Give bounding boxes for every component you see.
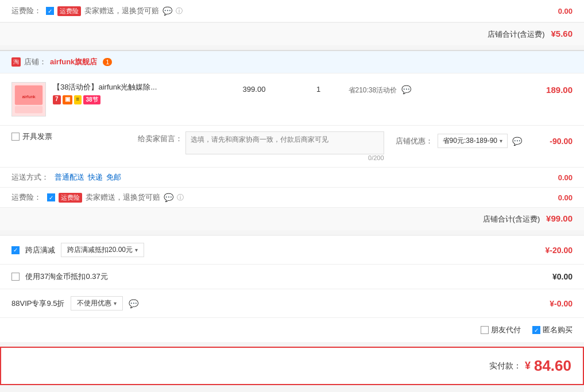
product-discount: 省210:38活动价 💬 — [349, 82, 509, 95]
anon-option: ✓ 匿名购买 — [532, 325, 573, 335]
store2-total-label: 店铺合计(含运费) — [483, 215, 540, 223]
product-image: airfunk — [11, 82, 46, 117]
shipping-method-free[interactable]: 免邮 — [106, 172, 121, 183]
shop-discount-chat[interactable]: 💬 — [512, 137, 522, 146]
pay-options-row: 朋友代付 ✓ 匿名购买 — [0, 317, 584, 342]
invoice-section: 开具发票 — [11, 131, 126, 142]
invoice-label: 开具发票 — [22, 131, 52, 142]
tag-orange: ▣ — [63, 95, 72, 104]
store2-insurance-desc: 卖家赠送，退换货可赔 — [86, 192, 160, 203]
final-currency: ¥ — [525, 360, 531, 372]
product-price: 399.00 — [220, 82, 289, 94]
shop-discount-select[interactable]: 省90元:38-189-90 ▾ — [438, 134, 508, 148]
coins-checkbox[interactable] — [11, 273, 20, 281]
friend-pay-checkbox[interactable] — [481, 326, 489, 334]
store2-insurance-amount: 0.00 — [527, 193, 573, 202]
top-store-total-label: 店铺合计(含运费) — [488, 30, 545, 38]
shipping-method-row: 运送方式： 普通配送 快递 免邮 0.00 — [0, 167, 584, 187]
store2-header: 淘 店铺： airfunk旗舰店 1 — [0, 50, 584, 73]
tag-yellow: ≡ — [74, 95, 82, 104]
store2-total-amount: ¥99.00 — [546, 214, 573, 223]
store-badge: 1 — [103, 58, 112, 66]
shipping-method-label: 运送方式： — [11, 172, 49, 183]
product-title: 【38活动价】airfunk光触媒除... — [53, 82, 213, 92]
cross-store-row: ✓ 跨店满减 跨店满减抵扣20.00元 ▾ ¥-20.00 — [0, 235, 584, 264]
store2-insurance-checkbox[interactable]: ✓ — [47, 193, 55, 201]
shop-discount-amount: -90.00 — [527, 137, 573, 146]
discount-chat-icon[interactable]: 💬 — [401, 85, 411, 94]
shipping-desc-top: 卖家赠送，退换货可赔 — [84, 6, 159, 16]
store2-name[interactable]: airfunk旗舰店 — [50, 57, 97, 67]
shipping-method-express[interactable]: 快递 — [88, 172, 103, 183]
shop-discount-option: 省90元:38-189-90 — [443, 136, 497, 146]
cross-store-amount: ¥-20.00 — [527, 246, 573, 255]
store2-insurance-info: ✓ 运费险 卖家赠送，退换货可赔 💬 ⓘ — [47, 192, 184, 203]
vip-chevron-icon: ▾ — [114, 300, 117, 306]
coins-amount: ¥0.00 — [527, 272, 573, 281]
store2-total-row: 店铺合计(含运费) ¥99.00 — [0, 207, 584, 230]
cross-store-option: 跨店满减抵扣20.00元 — [67, 245, 133, 255]
top-shipping-amount: 0.00 — [558, 7, 573, 15]
tag-38: 38节 — [83, 95, 100, 104]
cross-chevron-icon: ▾ — [135, 247, 138, 253]
shipping-insurance-checkbox-top[interactable]: ✓ — [46, 7, 54, 15]
vip-select[interactable]: 不使用优惠 ▾ — [71, 296, 123, 311]
cross-store-select[interactable]: 跨店满减抵扣20.00元 ▾ — [61, 243, 144, 257]
message-input[interactable] — [185, 131, 384, 154]
top-shipping-info: ✓ 运费险 卖家赠送，退换货可赔 💬 ⓘ — [46, 6, 183, 16]
store2-insurance-badge: 运费险 — [59, 193, 82, 203]
chevron-down-icon: ▾ — [500, 138, 502, 144]
message-label: 给卖家留言： — [138, 131, 183, 144]
vip-row: 88VIP专享9.5折 不使用优惠 ▾ 💬 ¥-0.00 — [0, 289, 584, 317]
top-shipping-row: 运费险： ✓ 运费险 卖家赠送，退换货可赔 💬 ⓘ 0.00 — [0, 0, 584, 22]
info-icon-top[interactable]: ⓘ — [176, 6, 183, 16]
shipping-methods: 普通配送 快递 免邮 — [55, 172, 121, 183]
cross-store-checkbox[interactable]: ✓ — [11, 246, 20, 254]
store2-insurance-info-icon[interactable]: ⓘ — [177, 193, 184, 203]
final-amount: 84.60 — [534, 357, 571, 375]
tag-7: 7 — [53, 95, 61, 104]
product-row: airfunk 【38活动价】airfunk光触媒除... 7 ▣ ≡ 38节 … — [0, 73, 584, 125]
vip-chat-icon[interactable]: 💬 — [129, 299, 138, 308]
vip-option: 不使用优惠 — [77, 298, 111, 308]
friend-pay-label: 朋友代付 — [491, 325, 521, 335]
top-store-total-amount: ¥5.60 — [551, 29, 573, 38]
product-subtotal: 189.00 — [515, 82, 573, 95]
store2-insurance-row: 运费险： ✓ 运费险 卖家赠送，退换货可赔 💬 ⓘ 0.00 — [0, 187, 584, 207]
friend-pay-option: 朋友代付 — [481, 325, 521, 335]
final-payment-row: 实付款： ¥ 84.60 — [0, 347, 584, 385]
vip-amount: ¥-0.00 — [527, 299, 573, 308]
vip-label: 88VIP专享9.5折 — [11, 298, 65, 309]
shipping-minus-label: 运费险： — [11, 6, 41, 16]
product-info: 【38活动价】airfunk光触媒除... 7 ▣ ≡ 38节 — [53, 82, 213, 104]
store-label: 店铺： — [24, 57, 47, 67]
anon-label: 匿名购买 — [543, 325, 573, 335]
invoice-checkbox[interactable] — [11, 133, 20, 141]
coins-row: 使用37淘金币抵扣0.37元 ¥0.00 — [0, 264, 584, 289]
shipping-badge-top: 运费险 — [57, 6, 81, 16]
coins-label: 使用37淘金币抵扣0.37元 — [25, 271, 108, 282]
product-tags: 7 ▣ ≡ 38节 — [53, 95, 213, 104]
svg-rect-2 — [15, 106, 42, 114]
top-store-total-row: 店铺合计(含运费) ¥5.60 — [0, 22, 584, 45]
product-qty: 1 — [296, 82, 342, 94]
final-label: 实付款： — [489, 361, 521, 371]
cross-store-label: 跨店满减 — [25, 245, 55, 255]
anon-checkbox[interactable]: ✓ — [532, 326, 540, 334]
svg-text:airfunk: airfunk — [22, 94, 35, 99]
store-icon: 淘 — [11, 57, 21, 67]
shipping-method-amount: 0.00 — [527, 173, 573, 182]
chat-icon-top[interactable]: 💬 — [163, 6, 172, 15]
store2-insurance-chat[interactable]: 💬 — [164, 193, 173, 202]
message-count: 0/200 — [185, 154, 384, 161]
store2-insurance-label: 运费险： — [11, 192, 41, 203]
shipping-method-normal[interactable]: 普通配送 — [55, 172, 84, 183]
shop-discount-label: 店铺优惠： — [396, 136, 433, 146]
